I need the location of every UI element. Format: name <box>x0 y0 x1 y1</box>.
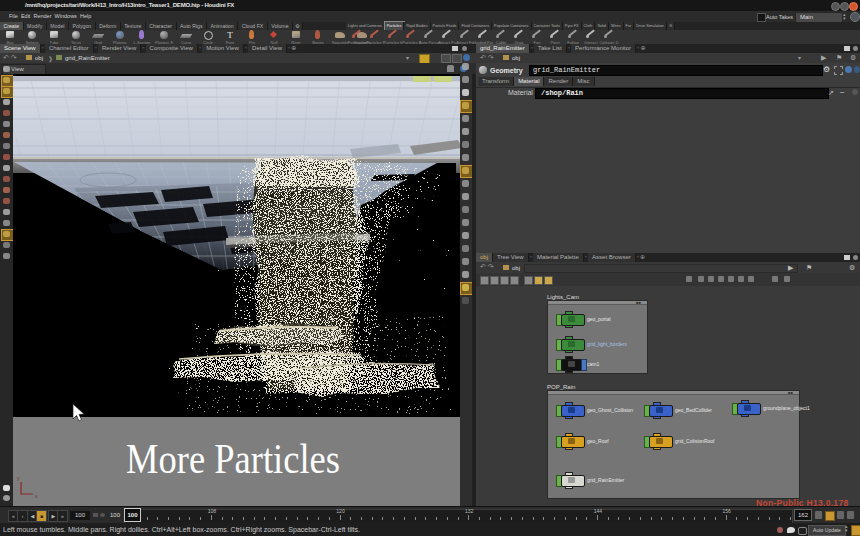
svg-text:More Particles: More Particles <box>126 436 340 482</box>
